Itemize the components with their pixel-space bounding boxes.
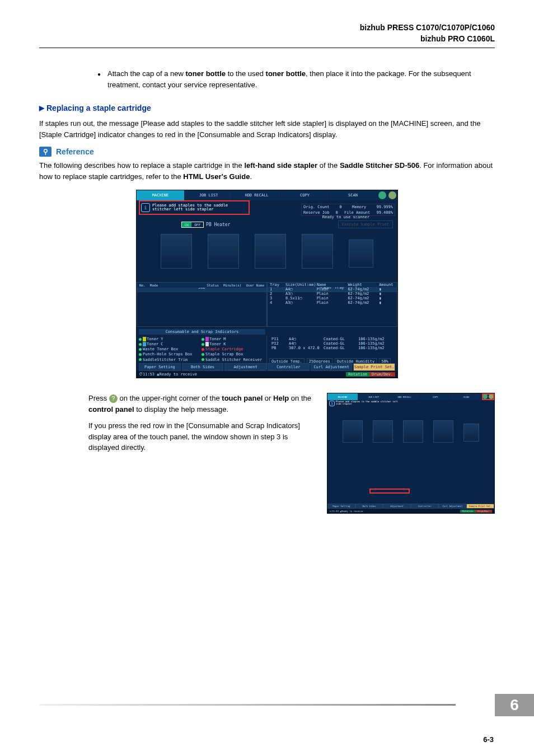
curl-button[interactable]: Curl Adjustment [311,363,353,371]
consumables-header: Consumable and Scrap Indicators [139,329,265,335]
chapter-tab: 6 [495,694,534,716]
mfp-screenshot-small: MACHINE JOB LIST HDD RECALL COPY SCAN i … [327,393,495,514]
tab-machine[interactable]: MACHINE [137,190,185,200]
highlight-consumable-row [369,489,410,494]
section-title: ▶ Replacing a staple cartridge [39,104,495,112]
alert-message-box: i Please add staples to the saddle stitc… [139,200,250,215]
step-instruction: Press ? on the upper-right corner of the… [88,393,317,415]
tray-table: TraySize(Unit:mm) NameWeightAmount 1A4▢P… [267,282,397,327]
pb-heater-toggle[interactable]: ONOFF PB Heater [181,222,230,228]
help-icon: ? [109,395,118,403]
both-sides-button[interactable]: Both Sides [182,363,224,371]
footer-bar [39,704,456,706]
help-circle-icon[interactable] [388,191,396,199]
counter-panel: Orig. Count0Memory99.999% Reserve Job0Fi… [301,204,395,216]
scanner-ready: Ready to use scanner [322,215,369,219]
tab-hold[interactable]: HDD RECALL [233,190,281,200]
sample-print-button[interactable]: Sample Print Set. [353,363,395,371]
reference-paragraph: The following describes how to replace a… [39,160,495,182]
job-table: No.Mode StatusMinute(s) User Name [137,282,267,327]
header-rule [39,48,495,48]
pi-table: PI1A4▢Coated-GL106-135g/m2 PI2A4▢Coated-… [267,336,397,351]
highlight-help-icon [482,393,494,400]
reference-icon: ⚲ [39,147,51,157]
alert-message-text: Please add staples to the saddle stitche… [152,204,247,212]
info-icon: i [141,203,150,212]
triangle-icon: ▶ [39,104,44,112]
page-number: 6-3 [483,735,494,744]
mfp-screenshot-large: MACHINE JOB LIST HDD RECALL COPY SCAN i … [136,190,398,378]
paper-setting-button[interactable]: Paper Setting [139,363,181,371]
adjustment-button[interactable]: Adjustment [224,363,266,371]
step-note: If you press the red row in the [Consuma… [88,420,317,453]
tab-joblist[interactable]: JOB LIST [185,190,233,200]
doc-header-line1: bizhub PRESS C1070/C1070P/C1060 [39,22,495,34]
machine-diagram [140,232,394,275]
doc-header-line2: bizhub PRO C1060L [39,34,495,45]
status-circle[interactable] [378,191,386,199]
bullet-icon: ● [97,70,101,90]
tab-copy[interactable]: COPY [281,190,329,200]
toner-note: ● Attach the cap of a new toner bottle t… [97,68,495,90]
controller-button[interactable]: Controller [268,363,310,371]
execute-sample-button[interactable]: Execute Sample Print [338,220,393,228]
intro-paragraph: If staples run out, the message [Please … [39,118,495,140]
reference-label: Reference [56,147,94,156]
tab-scan[interactable]: SCAN [329,190,377,200]
